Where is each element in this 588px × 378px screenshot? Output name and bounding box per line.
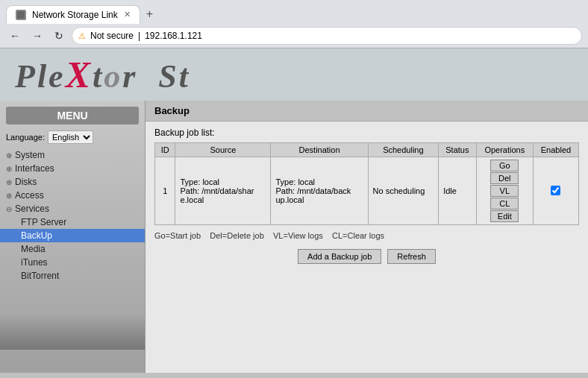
sidebar-item-media[interactable]: Media — [0, 242, 145, 256]
logo-st: St — [158, 58, 190, 95]
reload-button[interactable]: ↻ — [51, 28, 67, 44]
sidebar-item-bittorrent[interactable]: BitTorrent — [0, 269, 145, 283]
logo-area: PleXtor St — [0, 48, 588, 101]
expand-icon-access: ⊕ — [6, 192, 12, 200]
sidebar-footer — [0, 312, 145, 350]
vl-button[interactable]: VL — [490, 185, 519, 197]
content-header: Backup — [146, 101, 588, 122]
source-line3: e.local — [180, 195, 204, 204]
sidebar: MENU Language: English ⊕ System ⊕ Interf… — [0, 101, 146, 373]
cell-status: Idle — [439, 157, 476, 225]
browser-chrome: Network Storage Link ✕ + ← → ↻ ⚠ Not sec… — [0, 0, 588, 48]
col-header-operations: Operations — [476, 143, 533, 157]
arrow-indicator — [578, 211, 588, 241]
cell-destination: Type: local Path: /mnt/data/back up.loca… — [271, 157, 368, 225]
back-button[interactable]: ← — [6, 28, 24, 44]
logo-x: X — [66, 54, 93, 95]
active-tab: Network Storage Link ✕ — [6, 5, 140, 24]
legend-vl: VL=View logs — [273, 231, 323, 240]
del-button[interactable]: Del — [490, 172, 519, 184]
sidebar-label-services: Services — [15, 204, 49, 214]
sidebar-item-backup[interactable]: BackUp — [0, 229, 145, 242]
sidebar-item-system[interactable]: ⊕ System — [0, 148, 145, 162]
address-separator: | — [138, 31, 140, 41]
lock-icon: ⚠ — [78, 31, 86, 41]
menu-title: MENU — [6, 107, 139, 125]
cl-button[interactable]: CL — [490, 198, 519, 210]
cell-enabled — [533, 157, 578, 225]
url-display: 192.168.1.121 — [145, 31, 202, 41]
dest-line3: up.local — [275, 195, 304, 204]
expand-icon-interfaces: ⊕ — [6, 165, 12, 173]
enabled-checkbox[interactable] — [551, 186, 560, 195]
expand-icon-services: ⊖ — [6, 205, 12, 213]
sidebar-item-interfaces[interactable]: ⊕ Interfaces — [0, 162, 145, 175]
main-layout: MENU Language: English ⊕ System ⊕ Interf… — [0, 101, 588, 373]
sidebar-label-bittorrent: BitTorrent — [21, 271, 59, 281]
source-line2: Path: /mnt/data/shar — [180, 186, 254, 195]
dest-line2: Path: /mnt/data/back — [275, 186, 351, 195]
legend-go: Go=Start job — [154, 231, 201, 240]
col-header-enabled: Enabled — [533, 143, 578, 157]
cell-id: 1 — [155, 157, 175, 225]
content-area: Backup Backup job list: ID Source Destin… — [146, 101, 588, 373]
svg-rect-0 — [17, 11, 25, 19]
sidebar-label-ftp-server: FTP Server — [21, 217, 66, 227]
sidebar-item-ftp-server[interactable]: FTP Server — [0, 215, 145, 229]
legend-cl: CL=Clear logs — [332, 231, 384, 240]
language-row: Language: English — [0, 129, 145, 148]
sidebar-label-itunes: iTunes — [21, 257, 48, 268]
expand-icon-disks: ⊕ — [6, 178, 12, 186]
language-label: Language: — [6, 133, 45, 142]
section-label: Backup job list: — [154, 127, 579, 138]
refresh-button[interactable]: Refresh — [387, 249, 436, 264]
logo-space — [137, 58, 158, 95]
sidebar-label-media: Media — [21, 244, 46, 254]
col-header-scheduling: Scheduling — [368, 143, 439, 157]
col-header-id: ID — [155, 143, 175, 157]
logo-r: r — [122, 58, 137, 95]
dest-line1: Type: local — [275, 177, 315, 186]
address-bar: ← → ↻ ⚠ Not secure | 192.168.1.121 — [0, 24, 588, 48]
address-input[interactable]: ⚠ Not secure | 192.168.1.121 — [72, 27, 582, 45]
tab-close-button[interactable]: ✕ — [124, 10, 131, 19]
source-line1: Type: local — [180, 177, 219, 186]
sidebar-item-access[interactable]: ⊕ Access — [0, 189, 145, 202]
tab-favicon — [16, 10, 26, 20]
edit-button[interactable]: Edit — [490, 210, 519, 222]
cell-scheduling: No scheduling — [368, 157, 439, 225]
logo-o: o — [104, 58, 122, 95]
sidebar-label-system: System — [15, 150, 45, 160]
page-content: PleXtor St MENU Language: English ⊕ Syst… — [0, 48, 588, 373]
forward-button[interactable]: → — [28, 28, 46, 44]
col-header-status: Status — [439, 143, 476, 157]
expand-icon-system: ⊕ — [6, 151, 12, 160]
backup-table: ID Source Destination Scheduling Status … — [154, 142, 579, 225]
page-title: Backup — [154, 105, 190, 116]
cell-operations: Go Del VL CL Edit — [476, 157, 533, 225]
not-secure-label: Not secure — [90, 31, 134, 41]
cell-source: Type: local Path: /mnt/data/shar e.local — [175, 157, 271, 225]
sidebar-label-access: Access — [15, 190, 44, 201]
sidebar-label-disks: Disks — [15, 177, 37, 187]
new-tab-button[interactable]: + — [140, 4, 159, 24]
add-backup-job-button[interactable]: Add a Backup job — [298, 249, 381, 264]
sidebar-label-backup: BackUp — [21, 230, 52, 241]
col-header-source: Source — [175, 143, 271, 157]
content-body: Backup job list: ID Source Destination S… — [146, 122, 588, 270]
go-button[interactable]: Go — [490, 160, 519, 171]
logo-tor: t — [93, 58, 104, 95]
legend: Go=Start job Del=Delete job VL=View logs… — [154, 231, 579, 240]
action-row: Add a Backup job Refresh — [154, 249, 579, 264]
sidebar-item-itunes[interactable]: iTunes — [0, 256, 145, 269]
logo-ple: Ple — [15, 58, 66, 95]
legend-del: Del=Delete job — [210, 231, 263, 240]
tab-title: Network Storage Link — [32, 10, 118, 20]
tab-bar: Network Storage Link ✕ + — [0, 0, 588, 24]
language-select[interactable]: English — [48, 130, 93, 144]
table-row: 1 Type: local Path: /mnt/data/shar e.loc… — [155, 157, 579, 225]
sidebar-item-services[interactable]: ⊖ Services — [0, 202, 145, 215]
sidebar-label-interfaces: Interfaces — [15, 163, 54, 174]
col-header-destination: Destination — [271, 143, 368, 157]
sidebar-item-disks[interactable]: ⊕ Disks — [0, 175, 145, 189]
